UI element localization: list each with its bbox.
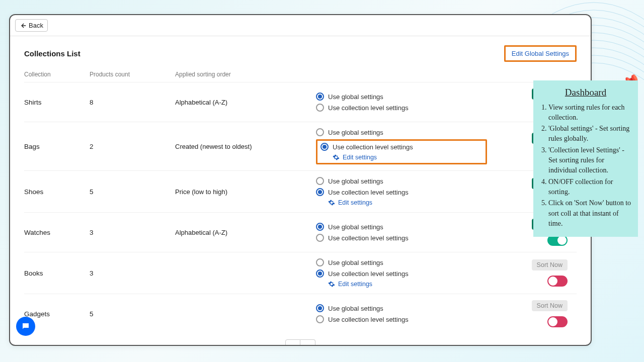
radio-global[interactable]: Use global settings xyxy=(316,223,487,231)
radio-collection-label: Use collection level settings xyxy=(328,189,409,196)
settings-cell: Use global settingsUse collection level … xyxy=(316,93,487,112)
top-bar: Back xyxy=(10,15,591,36)
actions-cell: Sort Now xyxy=(487,259,568,287)
annotation-item: Click on 'Sort Now' button to sort coll … xyxy=(548,198,632,229)
settings-cell: Use global settingsUse collection level … xyxy=(316,258,487,288)
applied-sorting: Created (newest to oldest) xyxy=(175,143,316,150)
enable-toggle[interactable] xyxy=(547,276,568,287)
radio-icon xyxy=(316,188,324,196)
radio-global-label: Use global settings xyxy=(328,305,383,312)
chat-widget[interactable] xyxy=(16,317,35,336)
edit-settings-label: Edit settings xyxy=(338,199,372,206)
highlight-box: Use collection level settingsEdit settin… xyxy=(316,139,487,164)
radio-icon xyxy=(316,315,324,323)
applied-sorting: Alphabetical (A-Z) xyxy=(175,229,316,236)
radio-global-label: Use global settings xyxy=(328,259,383,266)
radio-collection[interactable]: Use collection level settings xyxy=(320,143,482,151)
edit-settings-link[interactable]: Edit settings xyxy=(328,199,487,206)
radio-icon xyxy=(316,269,324,278)
products-count: 3 xyxy=(90,269,175,277)
radio-global-label: Use global settings xyxy=(328,93,383,101)
radio-icon xyxy=(316,128,324,136)
back-label: Back xyxy=(29,22,43,29)
gear-icon xyxy=(328,281,335,288)
sort-now-button: Sort Now xyxy=(532,259,568,270)
radio-collection[interactable]: Use collection level settings xyxy=(316,315,487,323)
table-row: Watches3Alphabetical (A-Z)Use global set… xyxy=(24,213,577,252)
radio-collection-label: Use collection level settings xyxy=(328,316,409,323)
radio-collection-label: Use collection level settings xyxy=(333,143,413,151)
table-row: Shirts8Alphabetical (A-Z)Use global sett… xyxy=(24,82,577,122)
col-sort: Applied sorting order xyxy=(175,71,316,78)
radio-collection-label: Use collection level settings xyxy=(328,104,409,112)
collection-name: Bags xyxy=(24,143,90,150)
enable-toggle[interactable] xyxy=(547,316,568,327)
gear-icon xyxy=(328,199,335,206)
edit-settings-link[interactable]: Edit settings xyxy=(333,154,482,161)
radio-icon xyxy=(316,234,324,242)
settings-cell: Use global settingsUse collection level … xyxy=(316,304,487,323)
col-name: Collection xyxy=(24,71,90,78)
app-window: Back Collections List Edit Global Settin… xyxy=(9,14,592,346)
collections-table: Collection Products count Applied sortin… xyxy=(24,67,577,333)
table-row: Gadgets5Use global settingsUse collectio… xyxy=(24,294,577,333)
edit-settings-link[interactable]: Edit settings xyxy=(328,281,487,288)
radio-collection[interactable]: Use collection level settings xyxy=(316,188,487,196)
gear-icon xyxy=(333,154,340,161)
table-row: Shoes5Price (low to high)Use global sett… xyxy=(24,171,577,213)
applied-sorting: Price (low to high) xyxy=(175,188,316,196)
radio-collection-label: Use collection level settings xyxy=(328,270,409,278)
radio-icon xyxy=(316,177,324,185)
applied-sorting: Alphabetical (A-Z) xyxy=(175,99,316,106)
collection-name: Shoes xyxy=(24,188,90,196)
edit-settings-label: Edit settings xyxy=(343,154,377,161)
radio-collection[interactable]: Use collection level settings xyxy=(316,234,487,242)
radio-collection[interactable]: Use collection level settings xyxy=(316,269,487,278)
collection-name: Books xyxy=(24,269,90,277)
back-button[interactable]: Back xyxy=(15,19,48,32)
back-icon xyxy=(20,22,27,29)
pagination xyxy=(24,339,577,346)
collection-name: Watches xyxy=(24,229,90,236)
radio-global[interactable]: Use global settings xyxy=(316,177,487,185)
radio-collection-label: Use collection level settings xyxy=(328,234,409,242)
radio-global[interactable]: Use global settings xyxy=(316,93,487,101)
radio-global-label: Use global settings xyxy=(328,223,383,231)
settings-cell: Use global settingsUse collection level … xyxy=(316,223,487,242)
radio-icon xyxy=(316,104,324,112)
products-count: 5 xyxy=(90,310,175,318)
annotation-panel: Dashboard View sorting rules for each co… xyxy=(533,80,638,237)
prev-page-button[interactable] xyxy=(285,339,300,346)
annotation-item: 'Collection level Settings' - Set sortin… xyxy=(548,145,632,176)
chat-icon xyxy=(21,322,30,331)
radio-icon xyxy=(316,304,324,312)
edit-global-settings-link[interactable]: Edit Global Settings xyxy=(504,45,577,62)
radio-global[interactable]: Use global settings xyxy=(316,304,487,312)
radio-icon xyxy=(316,258,324,266)
annotation-title: Dashboard xyxy=(539,85,632,100)
content-area: Collections List Edit Global Settings Co… xyxy=(10,36,591,346)
radio-global[interactable]: Use global settings xyxy=(316,258,487,266)
table-row: Books3Use global settingsUse collection … xyxy=(24,252,577,294)
collection-name: Shirts xyxy=(24,99,90,106)
page-title: Collections List xyxy=(24,49,80,58)
annotation-item: View sorting rules for each collection. xyxy=(548,103,632,123)
products-count: 3 xyxy=(90,229,175,236)
annotation-item: 'Global settings' - Set sorting rules gl… xyxy=(548,124,632,144)
chevron-left-icon xyxy=(290,344,295,346)
radio-global[interactable]: Use global settings xyxy=(316,128,487,136)
next-page-button[interactable] xyxy=(300,339,315,346)
radio-collection[interactable]: Use collection level settings xyxy=(316,104,487,112)
radio-global-label: Use global settings xyxy=(328,177,383,185)
annotation-list: View sorting rules for each collection.'… xyxy=(539,103,632,229)
settings-cell: Use global settingsUse collection level … xyxy=(316,177,487,206)
products-count: 2 xyxy=(90,143,175,150)
table-header: Collection Products count Applied sortin… xyxy=(24,67,577,82)
table-row: Bags2Created (newest to oldest)Use globa… xyxy=(24,122,577,171)
radio-icon xyxy=(320,143,329,151)
radio-global-label: Use global settings xyxy=(328,129,383,136)
actions-cell: Sort Now xyxy=(487,300,568,327)
products-count: 8 xyxy=(90,99,175,106)
collection-name: Gadgets xyxy=(24,310,90,318)
annotation-item: ON/OFF collection for sorting. xyxy=(548,177,632,198)
